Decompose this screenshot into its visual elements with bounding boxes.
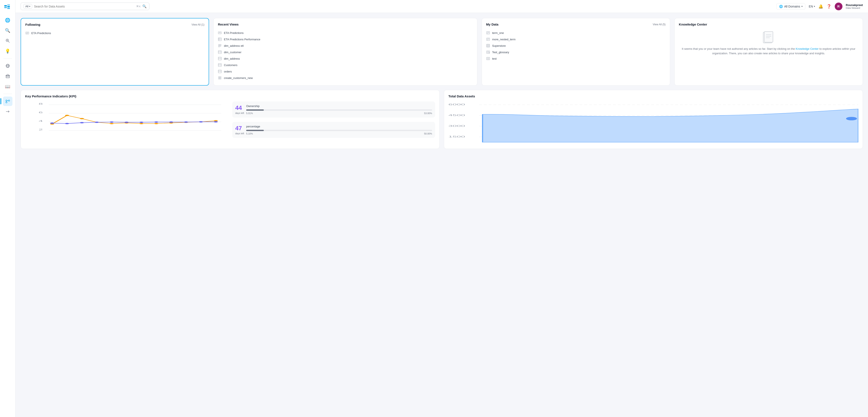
language-selector[interactable]: EN ▾ bbox=[809, 5, 815, 8]
svg-rect-2 bbox=[7, 4, 10, 6]
following-item-eta[interactable]: ETA Predictions bbox=[25, 30, 204, 36]
globe-icon: 🌐 bbox=[5, 18, 10, 23]
svg-point-120 bbox=[846, 117, 857, 120]
help-icon[interactable]: ❓ bbox=[827, 4, 831, 9]
svg-marker-12 bbox=[6, 74, 10, 75]
svg-text:1500: 1500 bbox=[448, 135, 465, 138]
search-type-button[interactable]: All ▾ bbox=[23, 4, 32, 8]
user-info: Rounakpreet Data Steward bbox=[846, 3, 863, 9]
domain-label: All Domains bbox=[784, 5, 800, 8]
knowledge-center-icon bbox=[679, 30, 858, 43]
sidebar-item-pipelines[interactable] bbox=[3, 97, 12, 106]
kpi-content: 8 6 4 2 bbox=[25, 101, 435, 140]
glossary-icon-4 bbox=[486, 50, 490, 54]
metric-val-right-1: 53.00% bbox=[424, 112, 432, 115]
knowledge-center-card: Knowledge Center It seems that you or yo… bbox=[674, 18, 863, 86]
user-role: Data Steward bbox=[846, 7, 863, 9]
lang-chevron-icon: ▾ bbox=[814, 5, 815, 7]
recent-item-dim-address-etl[interactable]: dim_address etl bbox=[218, 42, 473, 49]
my-data-item-test-glossary[interactable]: Test_glossary bbox=[486, 49, 665, 55]
svg-point-109 bbox=[184, 121, 188, 123]
following-view-all[interactable]: View All (1) bbox=[191, 23, 204, 26]
top-cards-row: Following View All (1) ETA Predictions bbox=[21, 18, 863, 86]
svg-rect-52 bbox=[220, 78, 221, 79]
my-data-item-test[interactable]: test bbox=[486, 55, 665, 62]
svg-rect-50 bbox=[220, 76, 221, 78]
sidebar-item-insights[interactable]: 💡 bbox=[3, 46, 12, 56]
recent-item-orders[interactable]: orders bbox=[218, 68, 473, 75]
search-input[interactable] bbox=[34, 5, 134, 8]
recent-table-icon-2 bbox=[218, 37, 222, 41]
kpi-metric-ownership: 44 days left Ownership 5.01% bbox=[232, 101, 435, 118]
metric-days-label-1: days left bbox=[235, 112, 244, 114]
govern-icon bbox=[5, 64, 10, 68]
my-data-item-name-2: more_nested_term bbox=[492, 38, 516, 41]
recent-item-dim-customer[interactable]: dim_customer bbox=[218, 49, 473, 55]
svg-point-102 bbox=[80, 122, 84, 123]
sidebar-item-home[interactable]: 🌐 bbox=[3, 15, 12, 25]
svg-point-18 bbox=[6, 102, 7, 103]
svg-point-103 bbox=[95, 122, 99, 123]
my-data-item-nested-term[interactable]: more_nested_term bbox=[486, 36, 665, 42]
metric-days-2: 47 bbox=[235, 125, 244, 132]
recent-views-title: Recent Views bbox=[218, 23, 239, 26]
total-data-assets-card: Total Data Assets 6000 4500 3000 1500 bbox=[444, 90, 863, 149]
tda-chart: 6000 4500 3000 1500 bbox=[448, 101, 858, 145]
user-avatar[interactable]: R bbox=[835, 3, 842, 10]
svg-rect-43 bbox=[218, 64, 221, 66]
chevron-down-icon: ▾ bbox=[29, 5, 30, 7]
svg-rect-32 bbox=[218, 44, 220, 45]
svg-rect-49 bbox=[218, 76, 220, 78]
svg-text:3000: 3000 bbox=[448, 125, 465, 127]
recent-item-eta-performance[interactable]: ETA Predictions Performance bbox=[218, 36, 473, 42]
app-logo[interactable] bbox=[3, 3, 12, 11]
sidebar-item-integrations[interactable] bbox=[3, 107, 12, 116]
my-data-item-name-3: Superstore bbox=[492, 44, 506, 47]
domain-selector[interactable]: 🌐 All Domains ▾ bbox=[776, 3, 805, 10]
sidebar-item-observe[interactable] bbox=[3, 36, 12, 45]
lightbulb-icon: 💡 bbox=[5, 49, 10, 54]
search-bar[interactable]: All ▾ ⌘K 🔍 bbox=[21, 3, 149, 10]
svg-rect-37 bbox=[218, 51, 221, 54]
recent-table-icon-6 bbox=[218, 63, 222, 67]
svg-text:8: 8 bbox=[39, 102, 43, 105]
my-data-header: My Data View All (5) bbox=[486, 23, 665, 26]
svg-rect-51 bbox=[218, 78, 220, 79]
kpi-metric-percentage: 47 days left percentage 5.10% bbox=[232, 122, 435, 138]
svg-rect-70 bbox=[489, 52, 489, 53]
metric-name-1: Ownership bbox=[246, 104, 432, 108]
recent-item-eta-predictions[interactable]: ETA Predictions bbox=[218, 30, 473, 36]
my-data-item-term-one[interactable]: term_one bbox=[486, 30, 665, 36]
svg-line-6 bbox=[8, 41, 9, 43]
svg-point-92 bbox=[110, 123, 114, 124]
svg-text:6: 6 bbox=[39, 111, 43, 114]
domain-chevron-icon: ▾ bbox=[802, 5, 803, 7]
my-data-item-superstore[interactable]: Superstore bbox=[486, 42, 665, 49]
knowledge-center-link[interactable]: Knowledge Center bbox=[796, 47, 818, 51]
svg-rect-14 bbox=[7, 76, 8, 77]
sidebar-item-settings[interactable] bbox=[3, 71, 12, 81]
header: All ▾ ⌘K 🔍 🌐 All Domains ▾ EN ▾ 🔔 ❓ R Ro… bbox=[16, 0, 868, 13]
notification-icon[interactable]: 🔔 bbox=[818, 4, 823, 9]
book-icon: 📖 bbox=[5, 84, 10, 89]
asset-icon bbox=[25, 31, 29, 35]
my-data-view-all[interactable]: View All (5) bbox=[653, 23, 665, 26]
recent-item-create-customers[interactable]: create_customers_new bbox=[218, 75, 473, 81]
recent-item-name-2: ETA Predictions Performance bbox=[224, 38, 260, 41]
recent-item-name-6: Customers bbox=[224, 64, 238, 67]
kpi-chart: 8 6 4 2 bbox=[25, 101, 228, 140]
svg-point-101 bbox=[65, 123, 69, 124]
observe-icon bbox=[5, 38, 10, 43]
following-card: Following View All (1) ETA Predictions bbox=[21, 18, 209, 86]
recent-item-dim-address[interactable]: dim_address bbox=[218, 55, 473, 62]
knowledge-center-text: It seems that you or your team have not … bbox=[679, 47, 858, 56]
sidebar-item-govern[interactable] bbox=[3, 61, 12, 71]
sidebar-item-docs[interactable]: 📖 bbox=[3, 82, 12, 91]
sidebar: 🌐 🔍 💡 📖 bbox=[0, 0, 16, 417]
tda-title: Total Data Assets bbox=[448, 94, 858, 98]
svg-point-110 bbox=[199, 121, 203, 123]
recent-item-customers[interactable]: Customers bbox=[218, 62, 473, 68]
integrations-icon bbox=[5, 109, 10, 114]
sidebar-item-search[interactable]: 🔍 bbox=[3, 26, 12, 35]
svg-point-111 bbox=[214, 121, 218, 123]
